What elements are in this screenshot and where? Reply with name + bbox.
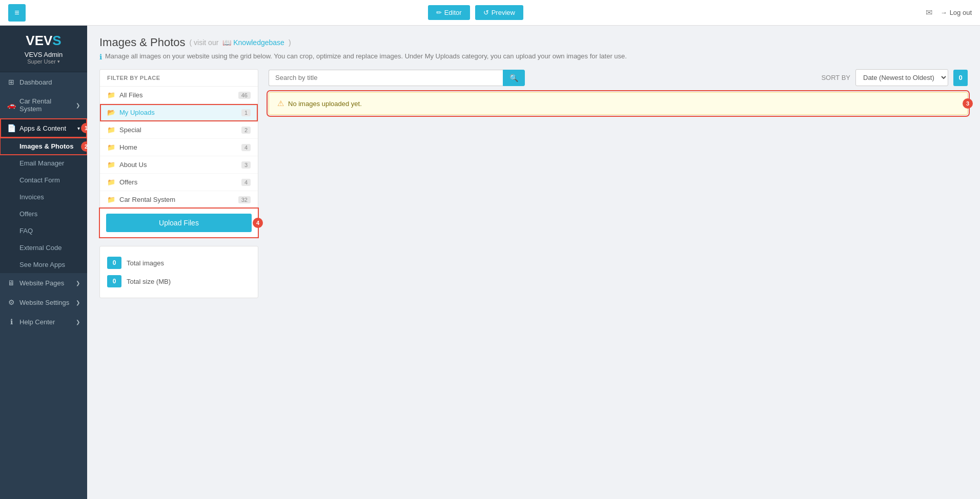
knowledgebase-link[interactable]: 📖 Knowledgebase [222, 38, 284, 47]
filter-item-my-uploads[interactable]: 📂 My Uploads 1 [100, 104, 258, 121]
page-title: Images & Photos ( visit our 📖 Knowledgeb… [99, 36, 968, 49]
my-uploads-wrap: 📂 My Uploads 1 [100, 104, 258, 121]
filter-count: 1 [241, 109, 251, 116]
total-size-badge: 0 [107, 275, 121, 287]
filter-header: FILTER BY PLACE [100, 70, 258, 87]
info-icon: ℹ [99, 53, 102, 61]
sidebar-subitem-faq[interactable]: FAQ [0, 222, 87, 239]
mail-icon[interactable]: ✉ [926, 8, 932, 17]
help-center-icon: ℹ [7, 318, 15, 326]
admin-name: VEVS Admin [25, 51, 63, 58]
logout-button[interactable]: → Log out [941, 9, 972, 16]
sidebar-item-apps-content[interactable]: 📄 Apps & Content ▾ [0, 118, 87, 138]
sidebar-item-website-settings[interactable]: ⚙ Website Settings ❯ [0, 293, 87, 312]
filter-item-offers[interactable]: 📁 Offers 4 [100, 174, 258, 191]
dashboard-icon: ⊞ [7, 78, 15, 86]
website-settings-chevron-icon: ❯ [76, 300, 80, 305]
filter-item-name: My Uploads [119, 109, 241, 116]
no-images-section: ⚠ No images uploaded yet. 3 [269, 92, 968, 115]
sort-select[interactable]: Date (Newest to Oldest) Date (Oldest to … [855, 69, 948, 86]
filter-card: FILTER BY PLACE 📁 All Files 46 📂 My Uplo… [99, 69, 258, 238]
filter-item-car-rental-system[interactable]: 📁 Car Rental System 32 [100, 191, 258, 209]
sidebar-subitem-see-more-apps[interactable]: See More Apps [0, 256, 87, 273]
editor-button[interactable]: ✏ Editor [428, 5, 470, 20]
filter-item-all-files[interactable]: 📁 All Files 46 [100, 87, 258, 104]
filter-count: 2 [241, 127, 251, 134]
search-button[interactable]: 🔍 [503, 70, 525, 86]
content-area: FILTER BY PLACE 📁 All Files 46 📂 My Uplo… [99, 69, 968, 298]
apps-content-chevron-icon: ▾ [77, 126, 80, 131]
layout: VEVS VEVS Admin Super User ▾ ⊞ Dashboard… [0, 26, 980, 499]
filter-item-name: Offers [119, 178, 241, 186]
visit-close: ) [289, 38, 291, 47]
page-description: ℹ Manage all images on your website usin… [99, 52, 968, 61]
folder-icon: 📁 [107, 161, 115, 169]
editor-icon: ✏ [436, 9, 442, 16]
filter-count: 4 [241, 179, 251, 186]
sidebar-subitem-invoices[interactable]: Invoices [0, 189, 87, 205]
stats-card: 0 Total images 0 Total size (MB) [99, 246, 258, 298]
filter-item-special[interactable]: 📁 Special 2 [100, 121, 258, 139]
apps-content-submenu: Images & Photos 2 Email Manager Contact … [0, 138, 87, 273]
nav-right: ✉ → Log out [926, 8, 972, 17]
my-uploads-folder-icon: 📂 [107, 109, 115, 116]
sort-count-badge: 0 [953, 70, 968, 86]
folder-icon: 📁 [107, 196, 115, 203]
filter-item-name: About Us [119, 161, 241, 169]
website-settings-icon: ⚙ [7, 298, 15, 306]
filter-count: 4 [241, 144, 251, 151]
hamburger-button[interactable]: ≡ [8, 4, 26, 22]
sidebar-subitem-external-code[interactable]: External Code [0, 239, 87, 256]
preview-button[interactable]: ↺ Preview [475, 5, 523, 20]
no-images-text: No images uploaded yet. [288, 100, 362, 108]
no-images-alert: ⚠ No images uploaded yet. [269, 92, 968, 115]
warning-icon: ⚠ [277, 99, 284, 108]
visit-text: ( visit our [190, 38, 219, 47]
folder-icon: 📁 [107, 178, 115, 186]
filter-item-about-us[interactable]: 📁 About Us 3 [100, 156, 258, 174]
step-badge-3: 3 [963, 98, 973, 109]
search-sort-bar: 🔍 SORT BY Date (Newest to Oldest) Date (… [269, 69, 968, 86]
filter-item-name: Car Rental System [119, 196, 238, 203]
filter-item-name: Special [119, 126, 241, 134]
upload-files-button[interactable]: Upload Files [106, 214, 252, 232]
sidebar-subitem-contact-form[interactable]: Contact Form [0, 172, 87, 189]
filter-count: 46 [238, 92, 251, 99]
sidebar-item-car-rental[interactable]: 🚗 Car Rental System ❯ [0, 92, 87, 118]
website-pages-icon: 🖥 [7, 279, 15, 287]
filter-item-name: Home [119, 143, 241, 151]
website-pages-chevron-icon: ❯ [76, 280, 80, 286]
car-icon: 🚗 [7, 101, 15, 109]
sidebar-subitem-email-manager[interactable]: Email Manager [0, 155, 87, 172]
sidebar-item-dashboard[interactable]: ⊞ Dashboard [0, 72, 87, 92]
folder-icon: 📁 [107, 91, 115, 99]
apps-content-icon: 📄 [7, 124, 15, 132]
stat-row-size: 0 Total size (MB) [107, 272, 251, 290]
sidebar: VEVS VEVS Admin Super User ▾ ⊞ Dashboard… [0, 26, 87, 499]
sidebar-subitem-offers[interactable]: Offers [0, 205, 87, 222]
search-input[interactable] [269, 70, 503, 86]
sort-by-label: SORT BY [821, 74, 850, 81]
total-images-label: Total images [127, 259, 164, 267]
filter-item-home[interactable]: 📁 Home 4 [100, 139, 258, 156]
search-wrap: 🔍 [269, 70, 525, 86]
step-badge-4: 4 [253, 218, 263, 228]
images-photos-wrap: Images & Photos 2 [0, 138, 87, 155]
stat-row-images: 0 Total images [107, 254, 251, 272]
nav-center: ✏ Editor ↺ Preview [26, 5, 926, 20]
sidebar-item-help-center[interactable]: ℹ Help Center ❯ [0, 312, 87, 331]
sidebar-subitem-images-photos[interactable]: Images & Photos [0, 138, 87, 155]
logo: VEVS [26, 33, 61, 49]
page-header: Images & Photos ( visit our 📖 Knowledgeb… [99, 36, 968, 61]
filter-item-name: All Files [119, 91, 238, 99]
nav-left: ≡ [8, 4, 26, 22]
preview-icon: ↺ [483, 9, 489, 16]
top-navbar: ≡ ✏ Editor ↺ Preview ✉ → Log out [0, 0, 980, 26]
help-center-chevron-icon: ❯ [76, 319, 80, 325]
folder-icon: 📁 [107, 126, 115, 134]
upload-files-wrap: Upload Files 4 [100, 209, 258, 237]
search-icon: 🔍 [509, 74, 518, 82]
sidebar-item-website-pages[interactable]: 🖥 Website Pages ❯ [0, 273, 87, 293]
upload-button-wrap: Upload Files [100, 209, 258, 237]
apps-content-section: 📄 Apps & Content ▾ 1 [0, 118, 87, 138]
